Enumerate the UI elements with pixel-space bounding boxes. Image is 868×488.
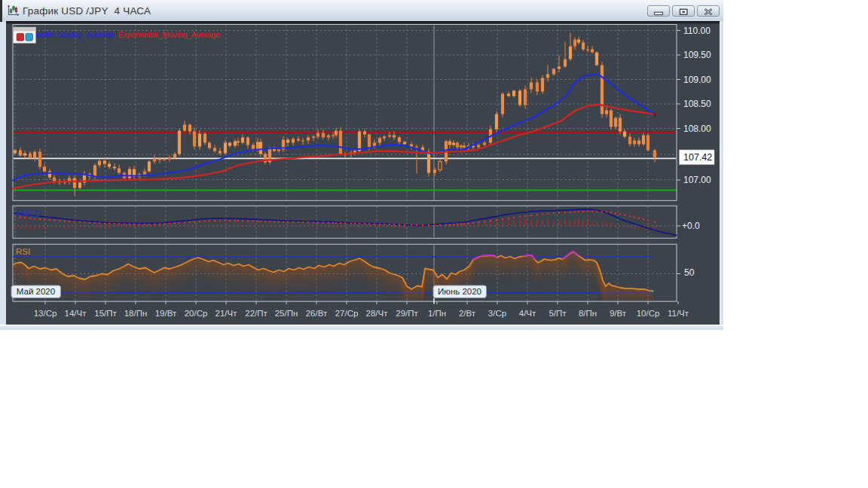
svg-text:29/Пт: 29/Пт bbox=[396, 309, 418, 318]
svg-text:Июнь 2020: Июнь 2020 bbox=[438, 287, 481, 296]
svg-text:10/Ср: 10/Ср bbox=[637, 309, 660, 318]
svg-text:3/Ср: 3/Ср bbox=[488, 309, 506, 318]
svg-text:Май 2020: Май 2020 bbox=[17, 287, 55, 296]
svg-text:5/Пт: 5/Пт bbox=[549, 309, 567, 318]
svg-text:25/Пн: 25/Пн bbox=[275, 309, 298, 318]
svg-text:110.00: 110.00 bbox=[683, 26, 711, 36]
svg-text:108.50: 108.50 bbox=[683, 99, 711, 109]
svg-text:1/Пн: 1/Пн bbox=[428, 309, 446, 318]
svg-text:ential_Moving_Average: ential_Moving_Average bbox=[36, 30, 115, 39]
svg-text:14/Чт: 14/Чт bbox=[65, 309, 87, 318]
svg-text:27/Ср: 27/Ср bbox=[335, 309, 359, 318]
svg-text:9/Вт: 9/Вт bbox=[610, 309, 627, 318]
svg-text:109.50: 109.50 bbox=[683, 50, 711, 60]
svg-text:4/Чт: 4/Чт bbox=[519, 309, 536, 318]
svg-text:26/Вт: 26/Вт bbox=[306, 309, 328, 318]
svg-text:107.42: 107.42 bbox=[683, 152, 712, 163]
svg-text:109.00: 109.00 bbox=[683, 75, 711, 85]
svg-text:22/Пт: 22/Пт bbox=[245, 309, 267, 318]
svg-text:8/Пн: 8/Пн bbox=[579, 309, 597, 318]
svg-text:11/Чт: 11/Чт bbox=[668, 309, 689, 318]
svg-text:Exponential_Moving_Average: Exponential_Moving_Average bbox=[118, 30, 220, 39]
svg-text:50: 50 bbox=[684, 267, 695, 278]
svg-text:2/Вт: 2/Вт bbox=[459, 309, 476, 318]
svg-text:20/Ср: 20/Ср bbox=[185, 309, 208, 318]
svg-text:108.00: 108.00 bbox=[683, 124, 711, 134]
svg-text:21/Чт: 21/Чт bbox=[215, 309, 238, 318]
svg-text:RSI: RSI bbox=[16, 247, 30, 256]
svg-text:MACD: MACD bbox=[16, 209, 41, 218]
svg-text:19/Вт: 19/Вт bbox=[155, 309, 177, 318]
svg-text:28/Чт: 28/Чт bbox=[366, 309, 389, 318]
svg-text:18/Пн: 18/Пн bbox=[124, 309, 148, 318]
svg-text:15/Пт: 15/Пт bbox=[94, 309, 117, 318]
svg-text:107.00: 107.00 bbox=[683, 175, 711, 185]
svg-text:+0.0: +0.0 bbox=[682, 221, 700, 231]
svg-text:13/Ср: 13/Ср bbox=[34, 309, 57, 318]
